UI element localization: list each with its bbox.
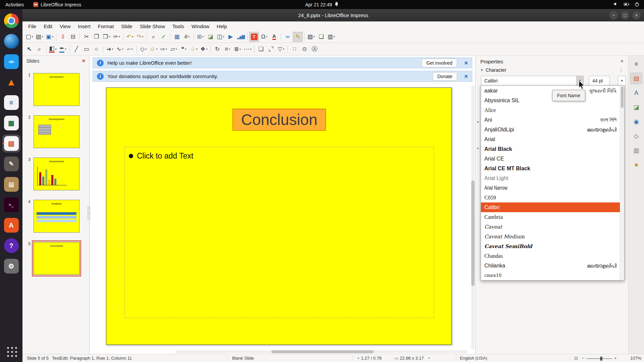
paste-icon[interactable]: ❒▾ (102, 32, 111, 42)
filter-icon[interactable]: ▽▾ (276, 44, 286, 54)
vertical-scrollbar-thumb[interactable] (471, 180, 475, 286)
dock-files[interactable]: ▤ (2, 175, 20, 193)
slide-canvas[interactable]: Conclusion Click to add Text (106, 87, 452, 345)
tab-styles-icon[interactable]: A (630, 87, 642, 99)
dock-help[interactable]: ? (2, 237, 20, 255)
basic-shapes-icon[interactable]: ◇▾ (139, 44, 148, 54)
copy-icon[interactable]: ❐ (92, 32, 101, 42)
menu-edit[interactable]: Edit (40, 22, 56, 30)
show-draw-functions-icon[interactable]: ✎ (293, 32, 303, 42)
font-option-anjalioldlipi[interactable]: AnjaliOldLipiമലയാളലിപി (481, 125, 620, 134)
clone-formatting-icon[interactable]: ✑▾ (112, 32, 121, 42)
font-option-cambria[interactable]: Cambria (481, 212, 620, 222)
slide-text-placeholder[interactable]: Click to add Text (124, 147, 434, 318)
slide-layout-icon[interactable]: ▥▾ (326, 32, 336, 42)
tab-shapes-icon[interactable]: ◇ (630, 130, 642, 142)
horizontal-scrollbar-thumb[interactable] (271, 350, 374, 353)
zoom-pan-icon[interactable]: ⌕ (35, 44, 44, 54)
minimize-button[interactable]: − (609, 11, 618, 19)
connectors-icon[interactable]: ⌐▾ (125, 44, 135, 54)
insert-media-icon[interactable]: ▶ (226, 32, 235, 42)
special-character-icon[interactable]: Ω▾ (259, 32, 269, 42)
dock-chrome[interactable] (2, 12, 20, 30)
font-option-c059[interactable]: C059 (481, 193, 620, 202)
dropdown-scrollbar-thumb[interactable] (621, 86, 624, 108)
font-option-alice[interactable]: Alice (481, 105, 620, 115)
dock-impress[interactable]: ▧ (2, 134, 20, 153)
font-option-arial-light[interactable]: Arial Light (481, 173, 620, 183)
font-size-combobox[interactable]: 44 pt (589, 76, 610, 86)
dock-vlc[interactable]: ▲ (2, 73, 20, 91)
rectangle-icon[interactable]: ▭ (82, 44, 91, 54)
slide-layout-label[interactable]: Blank Slide (232, 356, 254, 361)
close-button[interactable]: × (632, 11, 641, 19)
duplicate-slide-icon[interactable]: ❏ (316, 32, 326, 42)
dock-ubuntu-software[interactable]: A (2, 216, 20, 234)
font-color-icon[interactable]: A (269, 32, 279, 42)
panel-splitter[interactable]: ‹ (88, 206, 90, 220)
tab-animation-icon[interactable]: ★ (630, 159, 642, 171)
rotate-icon[interactable]: ↻ (212, 44, 222, 54)
system-status-area[interactable] (613, 2, 644, 8)
symbol-shapes-icon[interactable]: ☺▾ (149, 44, 158, 54)
spelling-icon[interactable]: ✓ (159, 32, 168, 42)
arrange-objects-icon[interactable]: ≣▾ (232, 44, 242, 54)
dropdown-scrollbar[interactable] (620, 86, 624, 280)
insert-table-icon[interactable]: ⊞▾ (196, 32, 205, 42)
glue-points-icon[interactable]: ⊙ (300, 44, 309, 54)
slide-thumbnail-2[interactable]: 2Development (22, 111, 89, 153)
flowchart-shapes-icon[interactable]: ▱▾ (169, 44, 178, 54)
collapsed-section-chevron-icon[interactable]: ▾ (477, 120, 479, 124)
tab-navigator-icon[interactable]: ◉ (630, 116, 642, 127)
fit-slide-icon[interactable]: ⊡ (574, 356, 578, 361)
gallery-icon[interactable]: ◫▾ (216, 32, 225, 42)
language-label[interactable]: English (USA) (460, 356, 487, 361)
font-option-caveat-medium[interactable]: Caveat Medium (481, 232, 620, 241)
fontwork-icon[interactable]: Ⓐ (310, 44, 319, 54)
font-option-arial-ce-mt-black[interactable]: Arial CE MT Black (481, 164, 620, 173)
insert-image-icon[interactable]: ◪ (206, 32, 215, 42)
tab-gallery-icon[interactable]: ◪ (630, 102, 642, 113)
curves-and-polygons-icon[interactable]: ∿▾ (115, 44, 125, 54)
dock-calc[interactable]: ▦ (2, 114, 20, 132)
stars-and-banners-icon[interactable]: ☆▾ (189, 44, 199, 54)
menu-file[interactable]: File (24, 22, 40, 30)
slide-thumbnail-5[interactable]: 5Conclusion (22, 237, 89, 280)
zoom-slider[interactable] (587, 358, 612, 359)
export-pdf-icon[interactable]: ⇩ (58, 32, 68, 42)
3d-objects-icon[interactable]: ❖▾ (199, 44, 209, 54)
font-option-caveat-semibold[interactable]: Caveat SemiBold (481, 241, 620, 251)
menu-insert[interactable]: Insert (74, 22, 94, 30)
snap-guides-icon[interactable]: #▾ (182, 32, 192, 42)
menu-view[interactable]: View (56, 22, 74, 30)
cut-icon[interactable]: ✂ (82, 32, 91, 42)
hyperlink-icon[interactable]: ∞ (283, 32, 292, 42)
zoom-slider-thumb[interactable] (600, 357, 602, 361)
font-option-chandas[interactable]: Chandas (481, 251, 620, 261)
more-options-icon[interactable]: ⋮ (619, 67, 624, 73)
distribute-selection-icon[interactable]: ⋯▾ (243, 44, 252, 54)
line-color-icon[interactable]: ✒▾ (58, 44, 68, 54)
menu-window[interactable]: Window (188, 22, 213, 30)
font-name-combobox[interactable]: Calibri ▼ (481, 76, 584, 86)
slide-thumbnail-3[interactable]: 3Assessment (22, 153, 89, 195)
sidebar-menu-icon[interactable]: ≡ (630, 58, 642, 70)
fill-color-icon[interactable]: ◧▾ (48, 44, 58, 54)
save-icon[interactable]: ▣▾ (45, 32, 54, 42)
focused-app-menu[interactable]: LibreOffice Impress (33, 2, 81, 7)
insert-chart-icon[interactable]: ▂▅▇ (236, 32, 246, 42)
lines-and-arrows-icon[interactable]: ➔▾ (105, 44, 115, 54)
dock-writer[interactable]: ≡ (2, 94, 20, 112)
font-option-arial[interactable]: Arial (481, 134, 620, 144)
zoom-out-icon[interactable]: − (582, 356, 585, 361)
edit-points-icon[interactable]: ∷ (289, 44, 299, 54)
properties-close-icon[interactable]: × (621, 58, 624, 64)
open-icon[interactable]: ▤▾ (35, 32, 44, 42)
dock-firefox[interactable] (2, 32, 20, 50)
font-option-arial-black[interactable]: Arial Black (481, 144, 620, 154)
align-objects-icon[interactable]: ≡▾ (222, 44, 232, 54)
donate-button[interactable]: Donate (433, 72, 457, 81)
infobar-close-icon[interactable]: × (464, 59, 468, 67)
slides-panel-close-icon[interactable]: × (82, 58, 85, 64)
print-icon[interactable]: ⊟ (68, 32, 78, 42)
